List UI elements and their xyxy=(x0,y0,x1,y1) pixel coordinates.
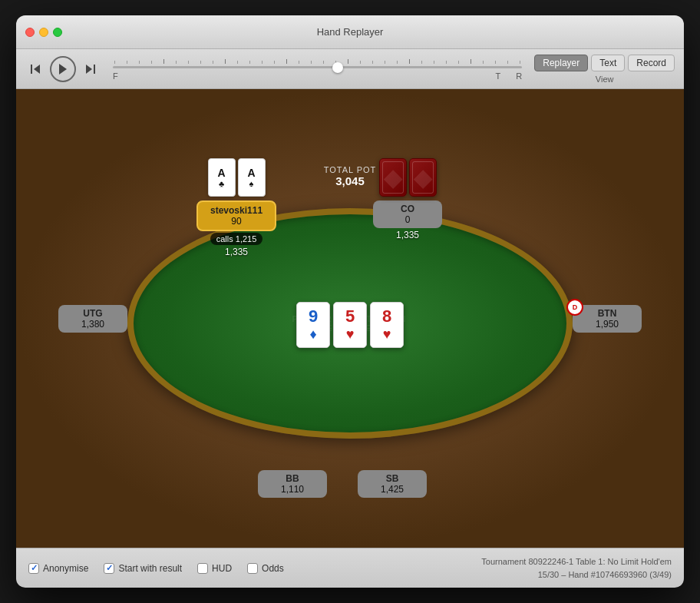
community-card-2: 5 ♥ xyxy=(333,302,367,348)
odds-checkbox[interactable] xyxy=(247,563,258,574)
play-button[interactable] xyxy=(50,56,76,82)
seat-bb: BB 1,110 xyxy=(258,470,327,498)
hud-checkbox-item[interactable]: HUD xyxy=(197,563,232,574)
sb-chips: 1,425 xyxy=(370,484,414,495)
co-chips: 0 xyxy=(385,214,430,225)
bb-seat-box: BB 1,110 xyxy=(258,470,327,498)
view-label: View xyxy=(596,75,614,84)
toolbar: F T R Replayer Text Record View xyxy=(16,49,684,89)
utg-name: UTG xyxy=(71,308,115,319)
replayer-button[interactable]: Replayer xyxy=(534,55,588,71)
community-cards: 9 ♦ 5 ♥ 8 ♥ xyxy=(296,302,404,348)
pot-label: TOTAL POT xyxy=(324,165,377,174)
view-controls: Replayer Text Record View xyxy=(534,55,675,84)
svg-marker-4 xyxy=(86,65,92,74)
hero-cards: A ♣ A ♠ xyxy=(208,158,266,197)
skip-back-button[interactable] xyxy=(25,58,47,80)
community-card-1: 9 ♦ xyxy=(296,302,330,348)
hero-action: calls 1,215 xyxy=(210,233,263,245)
hero-chips-on-table: 1,335 xyxy=(225,247,248,257)
community-card-3: 8 ♥ xyxy=(370,302,404,348)
seat-utg: UTG 1,380 xyxy=(58,305,127,333)
start-with-result-checkbox-item[interactable]: Start with result xyxy=(104,563,182,574)
dealer-button: D xyxy=(566,299,583,316)
utg-seat-box: UTG 1,380 xyxy=(58,305,127,333)
bb-chips: 1,110 xyxy=(270,484,315,495)
bottom-bar: Anonymise Start with result HUD Odds Tou… xyxy=(16,548,684,588)
seat-co: CO 0 1,335 xyxy=(373,158,442,240)
sb-seat-box: SB 1,425 xyxy=(358,470,427,498)
transport-controls xyxy=(25,56,101,82)
btn-name: BTN xyxy=(585,308,629,319)
hud-checkbox[interactable] xyxy=(197,563,208,574)
pot-info: TOTAL POT 3,045 xyxy=(324,165,377,187)
btn-chips: 1,950 xyxy=(585,319,629,330)
hero-chips: 90 xyxy=(210,216,262,227)
tournament-info-line2: 15/30 – Hand #10746693960 (3/49) xyxy=(481,568,672,581)
co-seat-box: CO 0 xyxy=(373,200,442,228)
odds-checkbox-item[interactable]: Odds xyxy=(247,563,284,574)
co-card-1 xyxy=(379,158,407,197)
anonymise-checkbox-item[interactable]: Anonymise xyxy=(28,563,88,574)
odds-label: Odds xyxy=(262,563,284,574)
co-cards xyxy=(379,158,437,197)
slider-label-t: T xyxy=(496,71,501,81)
hud-label: HUD xyxy=(212,563,232,574)
start-with-result-label: Start with result xyxy=(118,563,182,574)
co-chips-on-table: 1,335 xyxy=(396,230,419,240)
svg-rect-0 xyxy=(31,65,32,74)
seat-btn: BTN 1,950 D xyxy=(573,305,642,333)
tournament-info: Tournament 80922246-1 Table 1: No Limit … xyxy=(481,555,672,581)
hero-card-1: A ♣ xyxy=(208,158,236,197)
seat-sb: SB 1,425 xyxy=(358,470,427,498)
minimize-button[interactable] xyxy=(39,28,48,37)
text-button[interactable]: Text xyxy=(591,55,625,71)
pot-amount: 3,045 xyxy=(324,174,377,187)
svg-marker-2 xyxy=(59,64,67,75)
utg-chips: 1,380 xyxy=(71,319,115,330)
seat-hero: A ♣ A ♠ stevoski111 90 calls 1,215 1,335 xyxy=(196,158,276,257)
hero-card-2: A ♠ xyxy=(238,158,266,197)
start-with-result-checkbox[interactable] xyxy=(104,563,114,574)
slider-thumb[interactable] xyxy=(332,62,343,73)
titlebar: Hand Replayer xyxy=(16,15,684,49)
slider-label-r: R xyxy=(516,71,522,81)
record-button[interactable]: Record xyxy=(628,55,675,71)
main-window: Hand Replayer xyxy=(16,15,684,588)
tournament-info-line1: Tournament 80922246-1 Table 1: No Limit … xyxy=(481,555,672,568)
bb-name: BB xyxy=(270,473,315,484)
timeline-slider[interactable]: F T R xyxy=(113,58,522,81)
hero-seat-box: stevoski111 90 xyxy=(196,200,276,231)
traffic-lights xyxy=(25,28,62,37)
sb-name: SB xyxy=(370,473,414,484)
close-button[interactable] xyxy=(25,28,35,37)
co-card-2 xyxy=(409,158,437,197)
window-title: Hand Replayer xyxy=(317,26,384,38)
anonymise-checkbox[interactable] xyxy=(28,563,39,574)
svg-marker-1 xyxy=(34,65,40,74)
svg-rect-3 xyxy=(94,65,95,74)
skip-forward-button[interactable] xyxy=(79,58,101,80)
maximize-button[interactable] xyxy=(53,28,62,37)
view-buttons: Replayer Text Record xyxy=(534,55,675,71)
co-name: CO xyxy=(385,204,430,214)
slider-labels: F T R xyxy=(113,71,522,81)
anonymise-label: Anonymise xyxy=(43,563,88,574)
game-area: POKERCRAFTSMAN REPLAYER TOTAL POT 3,045 … xyxy=(16,89,684,548)
hero-name: stevoski111 xyxy=(210,205,262,216)
slider-label-f: F xyxy=(113,71,118,81)
